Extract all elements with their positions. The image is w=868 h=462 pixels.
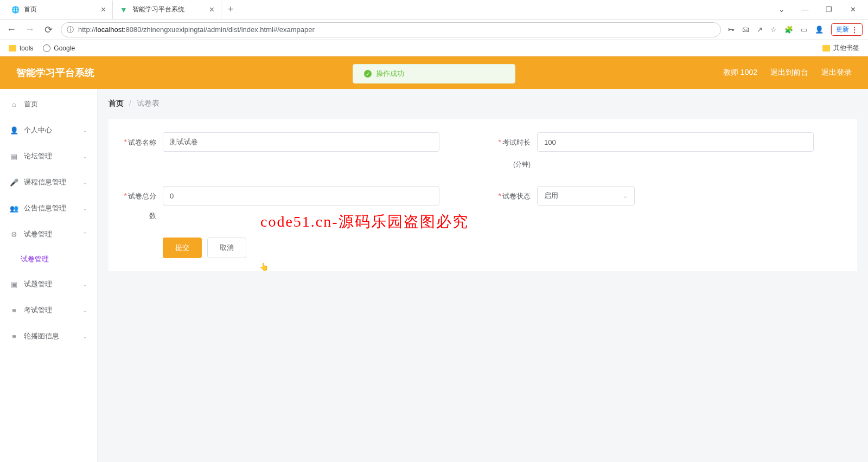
sidebar: ⌂ 首页 👤 个人中心 ⌄ ▤ 论坛管理 ⌄ 🎤 课程信息管理 ⌄ 👥 公告信息…	[0, 89, 98, 462]
translate-icon[interactable]: 🖂	[742, 25, 749, 34]
chevron-down-icon: ⌄	[623, 193, 628, 200]
folder-icon	[9, 45, 16, 52]
check-icon: ✓	[364, 70, 372, 78]
sidebar-item-home[interactable]: ⌂ 首页	[0, 91, 97, 117]
main-content: 首页 / 试卷表 *试卷名称 *考试时长 (分钟)	[98, 89, 868, 462]
sidebar-item-notice[interactable]: 👥 公告信息管理 ⌄	[0, 195, 97, 221]
folder-icon	[822, 45, 830, 52]
back-button[interactable]: ←	[5, 24, 17, 35]
logout-link[interactable]: 退出登录	[821, 68, 852, 78]
globe-icon: 🌐	[11, 5, 20, 14]
select-status[interactable]: 启用 ⌄	[537, 186, 635, 206]
submit-button[interactable]: 提交	[163, 238, 202, 258]
forward-button[interactable]: →	[24, 24, 36, 35]
label-duration: *考试时长 (分钟)	[494, 132, 537, 174]
chevron-down-icon[interactable]: ⌄	[775, 5, 788, 14]
list-icon: ≡	[10, 306, 18, 315]
star-icon[interactable]: ☆	[770, 25, 777, 34]
question-icon: ▣	[10, 280, 18, 288]
breadcrumb-current: 试卷表	[137, 99, 159, 107]
close-icon[interactable]: ×	[101, 5, 106, 15]
vue-icon: ▼	[119, 5, 128, 14]
tab-title: 首页	[24, 5, 37, 14]
sidebar-item-forum[interactable]: ▤ 论坛管理 ⌄	[0, 143, 97, 169]
user-label[interactable]: 教师 1002	[723, 68, 757, 78]
label-status: *试卷状态	[494, 186, 537, 226]
chevron-down-icon: ⌄	[82, 179, 87, 186]
sidebar-item-label: 考试管理	[24, 305, 52, 315]
app-header: 智能学习平台系统 ✓ 操作成功 教师 1002 退出到前台 退出登录	[0, 56, 868, 89]
browser-tab-1[interactable]: 🌐 首页 ×	[4, 1, 113, 19]
maximize-icon[interactable]: ❐	[822, 5, 835, 14]
share-icon[interactable]: ↗	[757, 25, 763, 34]
input-total-score[interactable]	[163, 186, 439, 206]
sidebar-item-question[interactable]: ▣ 试题管理 ⌄	[0, 271, 97, 297]
users-icon: 👥	[10, 204, 18, 213]
breadcrumb-home[interactable]: 首页	[108, 99, 124, 107]
sidebar-item-carousel[interactable]: ≡ 轮播图信息 ⌄	[0, 323, 97, 349]
browser-tab-2[interactable]: ▼ 智能学习平台系统 ×	[113, 1, 221, 19]
close-window-icon[interactable]: ✕	[846, 5, 859, 14]
select-value: 启用	[544, 191, 558, 201]
breadcrumb: 首页 / 试卷表	[108, 99, 857, 108]
info-icon: ⓘ	[67, 25, 74, 35]
chevron-down-icon: ⌄	[82, 153, 87, 160]
sidebar-item-label: 首页	[24, 99, 38, 109]
panel-icon[interactable]: ▭	[801, 25, 807, 34]
update-button[interactable]: 更新⋮	[831, 23, 863, 36]
sidebar-item-label: 试卷管理	[21, 254, 49, 264]
sidebar-item-label: 公告信息管理	[24, 203, 66, 213]
globe-icon	[43, 44, 50, 52]
mic-icon: 🎤	[10, 178, 18, 187]
chevron-down-icon: ⌄	[82, 281, 87, 288]
sidebar-item-label: 个人中心	[24, 125, 52, 135]
success-toast: ✓ 操作成功	[353, 64, 515, 84]
extensions-icon[interactable]: 🧩	[784, 25, 793, 34]
sidebar-item-exam[interactable]: ⚙ 试卷管理 ⌃	[0, 221, 97, 247]
chevron-down-icon: ⌄	[82, 205, 87, 212]
sidebar-item-label: 轮播图信息	[24, 331, 59, 341]
sidebar-item-test[interactable]: ≡ 考试管理 ⌄	[0, 297, 97, 323]
reload-button[interactable]: ⟳	[42, 24, 54, 36]
sidebar-subitem-exam[interactable]: 试卷管理	[0, 247, 97, 271]
window-controls: ⌄ — ❐ ✕	[775, 5, 868, 14]
sidebar-item-course[interactable]: 🎤 课程信息管理 ⌄	[0, 169, 97, 195]
bookmark-tools[interactable]: tools	[9, 44, 33, 52]
bookmark-google[interactable]: Google	[43, 44, 75, 52]
form-card: *试卷名称 *考试时长 (分钟) *试卷总分数	[108, 119, 857, 271]
url-bar[interactable]: ⓘ http://localhost:8080/zhinengxuexiping…	[61, 22, 721, 37]
tab-title: 智能学习平台系统	[132, 5, 184, 14]
toast-text: 操作成功	[376, 69, 404, 79]
gear-icon: ⚙	[10, 230, 18, 239]
close-icon[interactable]: ×	[209, 5, 214, 15]
bookmarks-bar: tools Google 其他书签	[0, 40, 868, 56]
browser-toolbar: ← → ⟳ ⓘ http://localhost:8080/zhinengxue…	[0, 20, 868, 40]
chevron-down-icon: ⌄	[82, 307, 87, 314]
cancel-button[interactable]: 取消	[207, 238, 246, 258]
chevron-up-icon: ⌃	[82, 231, 87, 238]
chevron-down-icon: ⌄	[82, 127, 87, 134]
sidebar-item-label: 课程信息管理	[24, 177, 66, 187]
minimize-icon[interactable]: —	[799, 5, 812, 14]
to-frontend-link[interactable]: 退出到前台	[770, 68, 808, 78]
chevron-down-icon: ⌄	[82, 333, 87, 340]
new-tab-button[interactable]: +	[221, 4, 240, 15]
sidebar-item-label: 试题管理	[24, 279, 52, 289]
image-icon: ≡	[10, 332, 18, 341]
label-paper-name: *试卷名称	[119, 132, 163, 174]
browser-tab-strip: 🌐 首页 × ▼ 智能学习平台系统 × + ⌄ — ❐ ✕	[0, 0, 868, 20]
input-paper-name[interactable]	[163, 132, 439, 152]
sidebar-item-personal[interactable]: 👤 个人中心 ⌄	[0, 117, 97, 143]
bookmark-other[interactable]: 其他书签	[822, 43, 859, 53]
input-duration[interactable]	[537, 132, 814, 152]
home-icon: ⌂	[10, 100, 18, 108]
profile-icon[interactable]: 👤	[815, 25, 824, 34]
password-icon[interactable]: 🗝	[727, 25, 735, 34]
forum-icon: ▤	[10, 152, 18, 161]
breadcrumb-separator: /	[129, 99, 131, 107]
app-title: 智能学习平台系统	[16, 66, 94, 79]
sidebar-item-label: 论坛管理	[24, 151, 52, 161]
sidebar-item-label: 试卷管理	[24, 229, 52, 239]
url-text: http://localhost:8080/zhinengxuexipingta…	[78, 25, 315, 34]
label-total-score: *试卷总分数	[119, 186, 163, 226]
